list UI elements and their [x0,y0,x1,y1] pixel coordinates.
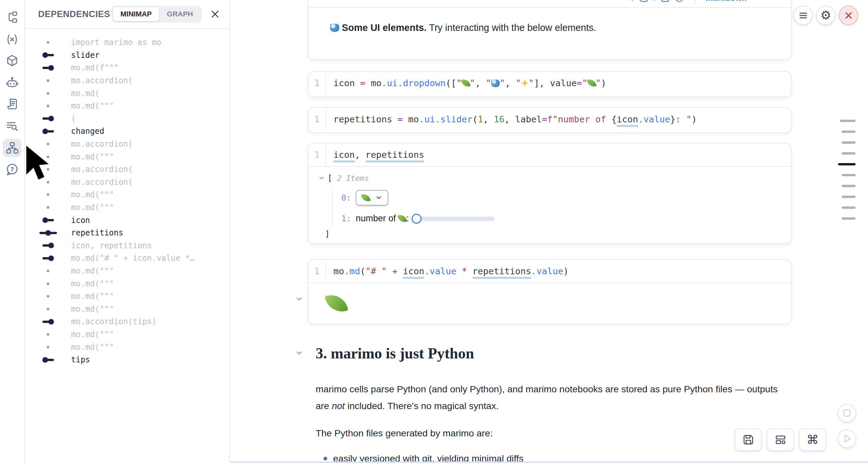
scroll-dash[interactable] [842,185,856,187]
sidebar-item-packages[interactable] [3,52,21,70]
code-editor[interactable]: icon = mo.ui.dropdown(["", "", ""], valu… [326,72,606,94]
raw-option-checkbox[interactable] [640,0,648,2]
minimap-row[interactable]: mo.md(""" [26,328,229,341]
minimap-row[interactable]: mo.md(""" [26,303,229,315]
code-cell-expr: 1 icon, repetitions [ 2 Items 0: [308,143,792,244]
code-token: " [516,78,521,88]
scroll-dash[interactable] [842,217,856,220]
sidebar-item-snippets[interactable] [3,95,21,114]
menu-button[interactable] [794,6,813,25]
dependencies-panel-header: DEPENDENCIES MINIMAPGRAPH [26,0,229,29]
stop-button[interactable] [838,404,856,422]
info-icon[interactable] [675,0,684,2]
minimap-row[interactable]: mo.md(f""" [26,61,229,74]
minimap-cell-label: mo.md( [71,89,100,98]
code-token: , [483,114,494,124]
array-index: 0: [341,193,351,203]
minimap-row[interactable]: slider [26,49,229,62]
outline-search-icon [5,119,20,133]
cell-dot-icon [34,346,62,348]
minimap-row[interactable]: mo.accordion( [26,176,229,189]
shutdown-button[interactable] [839,6,858,25]
save-button[interactable] [735,429,762,451]
slider-knob[interactable] [412,214,422,224]
minimap-row[interactable]: import marimo as mo [26,36,229,49]
tab-minimap[interactable]: MINIMAP [113,7,159,21]
scroll-dash[interactable] [842,142,856,144]
layout-button[interactable] [767,429,794,451]
sidebar-item-ai-assistant[interactable] [3,74,21,92]
code-token: , [475,78,486,88]
code-editor[interactable]: repetitions = mo.ui.slider(1, 16, label=… [326,108,697,130]
minimap-row[interactable]: mo.accordion(tips) [26,315,229,328]
minimap-row[interactable]: mo.md( [26,87,229,100]
minimap-row[interactable]: icon, repetitions [26,239,229,252]
code-token [403,114,408,124]
ai-assistant-icon [5,75,20,90]
sidebar-item-outline-search[interactable] [3,117,21,135]
keyboard-shortcuts-button[interactable]: ⌘ [799,429,826,451]
minimap-row[interactable]: mo.md(""" [26,265,229,278]
code-token: . [638,114,644,124]
code-token: . [531,266,536,276]
sidebar-item-help[interactable]: ? [3,160,21,179]
section-collapse-chevron-icon[interactable] [295,349,303,357]
code-token: , [539,78,550,88]
wave-glyph [330,24,339,32]
leaf-glyph [398,213,407,223]
sidebar-item-dependencies[interactable] [3,139,21,157]
code-cell-dropdown: 1 icon = mo.ui.dropdown(["", "", ""], va… [308,71,792,97]
cell-dot-icon [34,168,62,171]
fstring-option-checkbox[interactable] [661,0,670,2]
minimap-row[interactable]: icon [26,214,229,226]
output-collapse-chevron-icon[interactable] [295,295,303,303]
cell-in-marker-icon [34,65,62,71]
minimap-row[interactable]: repetitions [26,226,229,239]
minimap-row[interactable]: mo.accordion( [26,163,229,176]
minimap-row[interactable]: mo.md(""" [26,201,229,214]
scroll-dash[interactable] [842,174,856,176]
minimap-row[interactable]: tips [26,353,229,366]
minimap-row[interactable]: mo.accordion( [26,138,229,151]
tab-graph[interactable]: GRAPH [160,7,200,21]
minimap-row[interactable]: mo.md(""" [26,150,229,163]
code-cell-slider: 1 repetitions = mo.ui.slider(1, 16, labe… [308,107,792,133]
dropdown-widget[interactable] [356,190,388,206]
sidebar-item-file-tree[interactable] [3,8,21,27]
code-editor[interactable]: mo.md("# " + icon.value * repetitions.va… [326,260,568,282]
slider-widget[interactable] [412,213,495,224]
minimap-cell-label: mo.md("# " + icon.value *… [71,253,195,263]
array-output: [ 2 Items 0: 1: number of : [308,167,791,239]
variables-icon [5,32,20,47]
scroll-dash[interactable] [842,207,856,209]
scroll-dash-active[interactable] [838,163,856,165]
minimap-row[interactable]: mo.md(""" [26,341,229,353]
scroll-dash[interactable] [842,130,856,133]
code-editor[interactable]: icon, repetitions [326,143,424,166]
slider-track[interactable] [416,217,495,221]
scroll-dash[interactable] [840,120,856,122]
minimap-row[interactable]: mo.md(""" [26,100,229,113]
minimap-cell-label: mo.md(""" [71,279,114,288]
run-button[interactable] [838,429,856,448]
settings-button[interactable]: ⚙ [816,6,835,25]
sidebar-item-variables[interactable] [3,30,21,49]
cell-in-marker-icon [34,116,62,121]
minimap-row[interactable]: mo.md("# " + icon.value *… [26,252,229,265]
minimap-row[interactable]: mo.accordion( [26,74,229,87]
code-token: icon [403,266,424,279]
minimap-cell-label: mo.accordion(tips) [71,317,156,326]
code-token: "# " [366,266,387,276]
minimap-cell-label: mo.md(""" [71,152,114,161]
panel-close-button[interactable] [210,9,220,19]
minimap-row[interactable]: mo.md(""" [26,188,229,201]
minimap-row[interactable]: mo.md(""" [26,290,229,303]
minimap-row[interactable]: changed [26,125,229,138]
array-open-bracket: [ [328,173,332,183]
scroll-dash[interactable] [842,196,856,198]
collapse-chevron-icon[interactable] [318,175,325,182]
scroll-dash[interactable] [842,152,856,155]
language-toggle[interactable]: markdown [706,0,747,3]
minimap-row[interactable]: mo.md(""" [26,277,229,290]
minimap-row[interactable]: ( [26,113,229,125]
